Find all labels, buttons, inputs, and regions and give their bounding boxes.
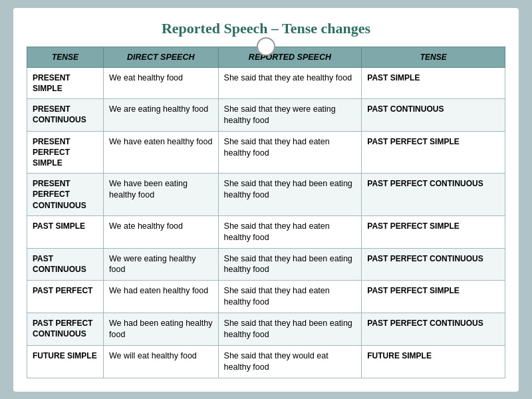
cell-tense-right: PAST PERFECT SIMPLE (362, 131, 505, 174)
table-row: PRESENT SIMPLEWe eat healthy foodShe sai… (27, 67, 505, 98)
tense-table: TENSE DIRECT SPEECH REPORTED SPEECH TENS… (27, 47, 505, 378)
cell-tense-left: PRESENT PERFECT CONTINUOUS (27, 174, 104, 216)
cell-tense-right: PAST CONTINUOUS (362, 98, 505, 131)
table-row: PAST PERFECT CONTINUOUSWe had been eatin… (27, 313, 505, 346)
cell-tense-right: PAST PERFECT SIMPLE (362, 281, 505, 313)
table-row: PRESENT PERFECT SIMPLEWe have eaten heal… (27, 131, 505, 174)
cell-reported-speech: She said that they had eaten healthy foo… (218, 215, 362, 248)
cell-direct-speech: We ate healthy food (104, 215, 219, 248)
card: Reported Speech – Tense changes TENSE DI… (13, 8, 519, 392)
cell-tense-right: FUTURE SIMPLE (362, 345, 505, 378)
cell-direct-speech: We are eating healthy food (104, 98, 219, 131)
cell-tense-left: PRESENT SIMPLE (27, 67, 104, 98)
cell-direct-speech: We were eating healthy food (104, 248, 219, 281)
cell-tense-left: PRESENT CONTINUOUS (27, 98, 104, 131)
cell-reported-speech: She said that they had eaten healthy foo… (218, 131, 362, 174)
table-row: PAST PERFECTWe had eaten healthy foodShe… (27, 281, 505, 313)
cell-tense-right: PAST PERFECT CONTINUOUS (362, 313, 505, 346)
cell-reported-speech: She said that they had eaten healthy foo… (218, 281, 362, 313)
table-row: PAST CONTINUOUSWe were eating healthy fo… (27, 248, 505, 281)
cell-direct-speech: We had been eating healthy food (104, 313, 219, 346)
cell-reported-speech: She said that they had been eating healt… (218, 313, 362, 346)
cell-direct-speech: We eat healthy food (104, 67, 219, 98)
cell-tense-left: PAST PERFECT (27, 281, 104, 313)
cell-reported-speech: She said that they were eating healthy f… (218, 98, 362, 131)
table-row: FUTURE SIMPLEWe will eat healthy foodShe… (27, 345, 505, 378)
cell-reported-speech: She said that they ate healthy food (218, 67, 362, 98)
cell-reported-speech: She said that they would eat healthy foo… (218, 345, 362, 378)
header-reported-speech: REPORTED SPEECH (218, 47, 362, 67)
header-tense-left: TENSE (27, 47, 104, 67)
cell-reported-speech: She said that they had been eating healt… (218, 248, 362, 281)
cell-direct-speech: We will eat healthy food (104, 345, 219, 378)
cell-tense-left: PAST PERFECT CONTINUOUS (27, 313, 104, 346)
cell-reported-speech: She said that they had been eating healt… (218, 174, 362, 216)
cell-tense-left: PRESENT PERFECT SIMPLE (27, 131, 104, 174)
cell-tense-left: PAST SIMPLE (27, 215, 104, 248)
cell-tense-left: FUTURE SIMPLE (27, 345, 104, 378)
cell-direct-speech: We had eaten healthy food (104, 281, 219, 313)
circle-decoration (257, 37, 275, 56)
cell-tense-right: PAST PERFECT CONTINUOUS (362, 174, 505, 216)
table-row: PAST SIMPLEWe ate healthy foodShe said t… (27, 215, 505, 248)
cell-tense-right: PAST PERFECT SIMPLE (362, 215, 505, 248)
table-row: PRESENT PERFECT CONTINUOUSWe have been e… (27, 174, 505, 216)
header-tense-right: TENSE (362, 47, 505, 67)
table-body: PRESENT SIMPLEWe eat healthy foodShe sai… (27, 67, 505, 378)
page-title: Reported Speech – Tense changes (27, 20, 505, 37)
cell-direct-speech: We have eaten healthy food (104, 131, 219, 174)
table-row: PRESENT CONTINUOUSWe are eating healthy … (27, 98, 505, 131)
cell-tense-right: PAST SIMPLE (362, 67, 505, 98)
header-direct-speech: DIRECT SPEECH (104, 47, 219, 67)
cell-direct-speech: We have been eating healthy food (104, 174, 219, 216)
cell-tense-left: PAST CONTINUOUS (27, 248, 104, 281)
table-wrapper: TENSE DIRECT SPEECH REPORTED SPEECH TENS… (27, 47, 505, 378)
cell-tense-right: PAST PERFECT CONTINUOUS (362, 248, 505, 281)
